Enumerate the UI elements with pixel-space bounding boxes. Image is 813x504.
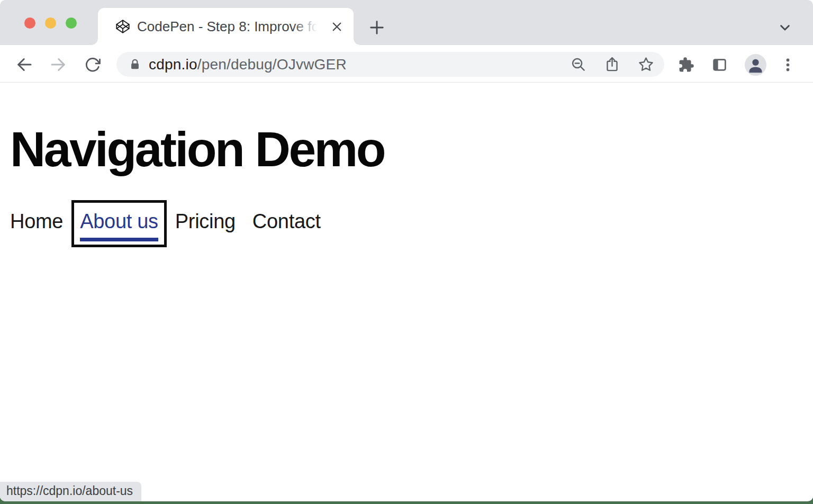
share-icon[interactable] — [604, 56, 620, 73]
star-icon[interactable] — [638, 56, 654, 73]
url-path: /pen/debug/OJvwGER — [197, 56, 347, 73]
browser-toolbar: cdpn.io/pen/debug/OJvwGER — [0, 45, 813, 83]
arrow-left-icon[interactable] — [15, 55, 34, 74]
chevron-down-icon[interactable] — [776, 19, 793, 36]
page-content: Navigation Demo Home About us Pricing Co… — [0, 83, 813, 501]
screenshot-root: CodePen - Step 8: Improve foc — [0, 0, 813, 504]
url-text: cdpn.io/pen/debug/OJvwGER — [149, 56, 347, 73]
puzzle-icon[interactable] — [678, 55, 697, 74]
arrow-right-icon[interactable] — [49, 55, 68, 74]
nav-link-home[interactable]: Home — [10, 210, 63, 233]
nav-link-contact[interactable]: Contact — [252, 210, 321, 233]
url-domain: cdpn.io — [149, 56, 197, 73]
page-title: Navigation Demo — [10, 121, 384, 178]
codepen-logo-icon — [115, 19, 130, 34]
window-close-button[interactable] — [24, 17, 35, 29]
browser-window: CodePen - Step 8: Improve foc — [0, 0, 813, 501]
address-bar[interactable]: cdpn.io/pen/debug/OJvwGER — [116, 52, 664, 77]
window-controls — [24, 17, 77, 29]
window-minimize-button[interactable] — [45, 17, 56, 29]
nav-link-pricing[interactable]: Pricing — [175, 210, 236, 233]
main-navigation: Home About us Pricing Contact — [10, 200, 321, 247]
window-zoom-button[interactable] — [66, 17, 77, 29]
address-bar-actions — [570, 56, 654, 73]
status-bubble: https://cdpn.io/about-us — [0, 482, 141, 501]
tab-strip: CodePen - Step 8: Improve foc — [0, 0, 813, 45]
reload-icon[interactable] — [84, 55, 103, 74]
nav-link-about-us[interactable]: About us — [80, 210, 158, 241]
browser-tab[interactable]: CodePen - Step 8: Improve foc — [98, 8, 354, 45]
side-panel-icon[interactable] — [711, 55, 730, 74]
new-tab-plus-icon[interactable] — [367, 18, 386, 37]
tab-close-icon[interactable] — [330, 20, 344, 34]
focus-ring: About us — [71, 200, 167, 247]
tab-title: CodePen - Step 8: Improve foc — [137, 8, 323, 45]
zoom-out-icon[interactable] — [570, 56, 586, 73]
lock-icon[interactable] — [128, 58, 142, 71]
avatar-icon[interactable] — [745, 54, 766, 76]
kebab-menu-icon[interactable] — [780, 55, 799, 74]
